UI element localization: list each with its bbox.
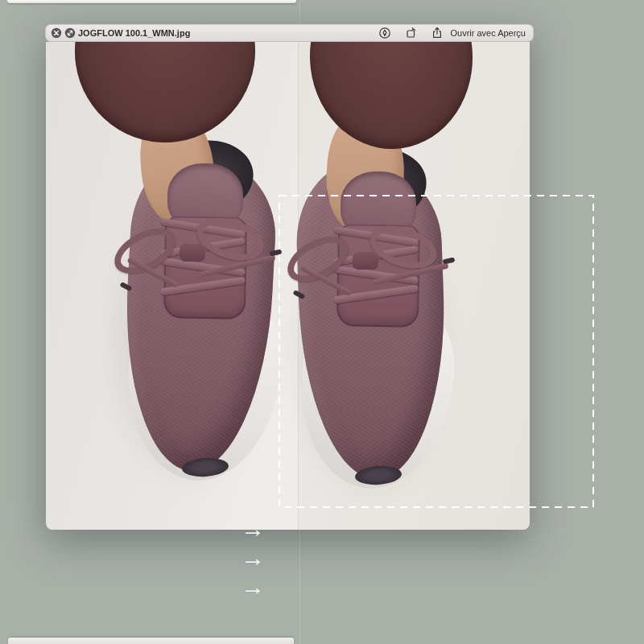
lace-knot xyxy=(353,252,378,270)
drag-direction-arrow: → xyxy=(239,545,266,572)
open-with-preview-button[interactable]: Ouvrir avec Aperçu xyxy=(450,24,526,42)
filename-label: JOGFLOW 100.1_WMN.jpg xyxy=(78,24,190,42)
fullscreen-button[interactable] xyxy=(64,27,76,39)
titlebar[interactable]: JOGFLOW 100.1_WMN.jpg Ouvrir avec Aperçu xyxy=(45,24,534,42)
fullscreen-icon xyxy=(64,27,76,39)
adjacent-window-edge-bottom xyxy=(8,638,294,644)
image-preview[interactable] xyxy=(46,42,530,530)
rotate-button[interactable] xyxy=(405,27,418,39)
left-shoe xyxy=(118,142,287,489)
markup-icon xyxy=(378,27,391,39)
adjacent-window-edge-top xyxy=(7,0,296,3)
share-button[interactable] xyxy=(431,27,444,39)
share-icon xyxy=(431,27,444,39)
rotate-icon xyxy=(405,27,418,39)
left-legging xyxy=(70,42,260,147)
close-button[interactable] xyxy=(51,27,62,39)
drag-direction-arrow: → xyxy=(239,574,266,601)
right-shoe xyxy=(291,151,460,497)
close-icon xyxy=(51,27,62,39)
markup-button[interactable] xyxy=(378,27,391,39)
lace-knot xyxy=(180,244,205,262)
quicklook-window: JOGFLOW 100.1_WMN.jpg Ouvrir avec Aperçu xyxy=(45,24,534,530)
drag-direction-arrow: → xyxy=(239,516,266,543)
lace-aglet xyxy=(443,257,456,264)
